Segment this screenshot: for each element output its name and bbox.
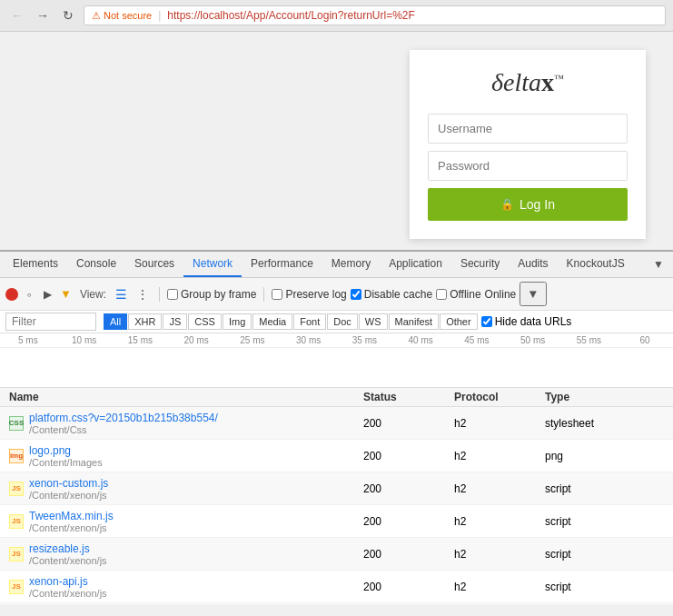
- filter-img[interactable]: Img: [223, 313, 252, 330]
- js-icon: JS: [9, 580, 24, 594]
- group-by-frame-label[interactable]: Group by frame: [167, 288, 256, 301]
- view-large-button[interactable]: ⋮: [134, 286, 152, 303]
- filter-input[interactable]: [5, 313, 96, 331]
- hide-data-urls-label[interactable]: Hide data URLs: [481, 315, 572, 328]
- divider2: [263, 287, 264, 302]
- network-table: Name Status Protocol Type CSS platform.c…: [0, 388, 673, 604]
- status-cell: 200: [360, 450, 450, 462]
- col-protocol: Protocol: [450, 391, 541, 403]
- resource-info: resizeable.js /Content/xenon/js: [29, 542, 107, 566]
- back-button[interactable]: ←: [7, 5, 27, 25]
- resource-name: JS xenon-api.js /Content/xenon/js: [5, 575, 360, 599]
- resource-path: /Content/xenon/js: [29, 588, 107, 599]
- tab-overflow-button[interactable]: ▼: [648, 254, 669, 274]
- resource-info: xenon-api.js /Content/xenon/js: [29, 575, 107, 599]
- filter-js[interactable]: JS: [163, 313, 187, 330]
- password-input[interactable]: [428, 151, 628, 181]
- group-by-frame-checkbox[interactable]: [167, 289, 178, 300]
- offline-text: Offline: [450, 288, 480, 301]
- table-row[interactable]: JS resizeable.js /Content/xenon/js 200 h…: [0, 538, 673, 571]
- offline-label[interactable]: Offline: [436, 288, 480, 301]
- table-row[interactable]: img logo.png /Content/Images 200 h2 png: [0, 440, 673, 472]
- table-row[interactable]: JS TweenMax.min.js /Content/xenon/js 200…: [0, 505, 673, 538]
- tl-30: 30 ms: [281, 335, 337, 345]
- logo-x: x: [541, 68, 554, 96]
- js-icon: JS: [9, 482, 24, 496]
- tl-35: 35 ms: [337, 335, 393, 345]
- status-cell: 200: [360, 417, 450, 430]
- table-row[interactable]: JS Login.js 200 h2 script: [0, 603, 673, 604]
- filter-doc[interactable]: Doc: [327, 313, 358, 330]
- security-warning-text: Not secure: [104, 10, 152, 21]
- tab-security[interactable]: Security: [451, 252, 509, 277]
- timeline: 5 ms 10 ms 15 ms 20 ms 25 ms 30 ms 35 ms…: [0, 333, 673, 388]
- login-panel: δeltax™ 🔒 Log In: [410, 50, 646, 239]
- hide-data-urls-checkbox[interactable]: [481, 316, 492, 327]
- tab-memory[interactable]: Memory: [322, 252, 380, 277]
- reload-button[interactable]: ↻: [58, 5, 78, 25]
- tl-5: 5 ms: [0, 335, 56, 345]
- table-header: Name Status Protocol Type: [0, 388, 673, 407]
- filter-ws[interactable]: WS: [359, 313, 388, 330]
- table-row[interactable]: JS xenon-custom.js /Content/xenon/js 200…: [0, 472, 673, 505]
- browser-chrome: ← → ↻ ⚠ Not secure | https://localhost/A…: [0, 0, 673, 32]
- filter-xhr[interactable]: XHR: [128, 313, 162, 330]
- filter-font[interactable]: Font: [293, 313, 326, 330]
- filter-all[interactable]: All: [104, 313, 127, 330]
- resource-path: /Content/Images: [29, 457, 103, 468]
- view-list-button[interactable]: ☰: [113, 286, 130, 303]
- tab-console[interactable]: Console: [67, 252, 125, 277]
- resource-path: /Content/Css: [29, 424, 218, 435]
- filter-buttons: All XHR JS CSS Img Media Font Doc WS Man…: [104, 313, 478, 330]
- camera-button[interactable]: ▶: [40, 287, 54, 302]
- status-cell: 200: [360, 515, 450, 528]
- disable-cache-checkbox[interactable]: [351, 289, 361, 300]
- divider: [159, 287, 160, 302]
- logo-delta: δelta: [491, 68, 541, 96]
- resource-info: TweenMax.min.js /Content/xenon/js: [29, 510, 114, 533]
- forward-button[interactable]: →: [33, 5, 53, 25]
- tab-network[interactable]: Network: [183, 252, 242, 277]
- resource-path: /Content/xenon/js: [29, 522, 114, 533]
- tab-knockoutjs[interactable]: KnockoutJS: [558, 252, 634, 277]
- network-toolbar: ◦ ▶ ▼ View: ☰ ⋮ Group by frame Preserve …: [0, 278, 673, 311]
- tab-application[interactable]: Application: [380, 252, 451, 277]
- resource-filename: logo.png: [29, 444, 103, 457]
- tl-50: 50 ms: [505, 335, 561, 345]
- js-icon: JS: [9, 547, 24, 561]
- timeline-labels: 5 ms 10 ms 15 ms 20 ms 25 ms 30 ms 35 ms…: [0, 333, 673, 348]
- devtools-panel: Elements Console Sources Network Perform…: [0, 250, 673, 604]
- record-button[interactable]: [5, 288, 18, 301]
- filter-css[interactable]: CSS: [188, 313, 222, 330]
- protocol-cell: h2: [450, 417, 541, 430]
- preserve-log-checkbox[interactable]: [272, 289, 282, 300]
- tl-10: 10 ms: [56, 335, 113, 345]
- username-input[interactable]: [428, 114, 628, 144]
- tab-sources[interactable]: Sources: [125, 252, 183, 277]
- resource-filename: resizeable.js: [29, 542, 107, 555]
- status-cell: 200: [360, 548, 450, 561]
- filter-media[interactable]: Media: [252, 313, 292, 330]
- disable-cache-label[interactable]: Disable cache: [351, 288, 432, 301]
- separator: |: [158, 9, 161, 22]
- tab-performance[interactable]: Performance: [242, 252, 322, 277]
- filter-manifest[interactable]: Manifest: [389, 313, 440, 330]
- online-chevron[interactable]: ▼: [520, 282, 546, 306]
- preserve-log-label[interactable]: Preserve log: [272, 288, 346, 301]
- offline-checkbox[interactable]: [436, 289, 447, 300]
- address-bar[interactable]: ⚠ Not secure | https://localhost/App/Acc…: [84, 5, 666, 25]
- type-cell: script: [541, 581, 668, 593]
- tl-45: 45 ms: [449, 335, 505, 345]
- disable-cache-text: Disable cache: [364, 288, 432, 301]
- table-row[interactable]: CSS platform.css?v=20150b1b215b38b554/ /…: [0, 407, 673, 440]
- lock-icon: 🔒: [500, 198, 514, 211]
- filter-other[interactable]: Other: [440, 313, 478, 330]
- login-button[interactable]: 🔒 Log In: [428, 188, 628, 221]
- table-row[interactable]: JS xenon-api.js /Content/xenon/js 200 h2…: [0, 571, 673, 603]
- tab-audits[interactable]: Audits: [509, 252, 557, 277]
- type-cell: script: [541, 548, 668, 561]
- resource-filename: xenon-custom.js: [29, 477, 108, 490]
- filter-icon-button[interactable]: ▼: [58, 287, 74, 301]
- clear-button[interactable]: ◦: [22, 287, 36, 302]
- tab-elements[interactable]: Elements: [4, 252, 67, 277]
